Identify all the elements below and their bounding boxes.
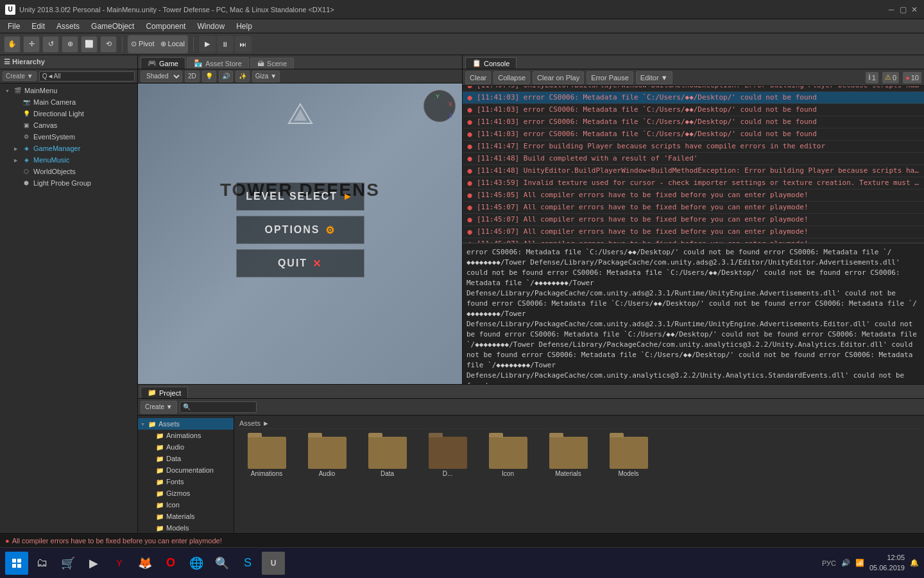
models-folder-thumb — [610, 437, 648, 469]
svg-rect-4 — [12, 564, 16, 568]
pivot-button[interactable]: ⊙ Pivot — [128, 36, 158, 53]
error-pause-button[interactable]: Error Pause — [586, 71, 633, 84]
clear-on-play-button[interactable]: Clear on Play — [533, 71, 584, 84]
taskbar-store[interactable]: 🛒 — [56, 552, 80, 575]
pause-button[interactable]: ⏸ — [217, 36, 234, 53]
maximize-button[interactable]: ▢ — [898, 5, 907, 14]
step-button[interactable]: ⏭ — [235, 36, 252, 53]
asset-materials[interactable]: Materials — [541, 434, 595, 480]
close-button[interactable]: ✕ — [910, 5, 919, 14]
rect-tool[interactable]: ⬜ — [81, 36, 98, 53]
hier-item-lightprobe[interactable]: ⬢ Light Probe Group — [0, 177, 137, 189]
lighting-toggle[interactable]: 💡 — [202, 71, 216, 82]
tab-console[interactable]: 📋 Console — [465, 57, 517, 69]
tab-scene[interactable]: 🏔 Scene — [250, 58, 294, 69]
taskbar-chrome[interactable]: 🌐 — [185, 552, 208, 575]
console-msg-18[interactable]: ●[11:43:59] Invalid texture used for cur… — [463, 177, 924, 189]
menu-help[interactable]: Help — [231, 21, 257, 32]
2d-toggle[interactable]: 2D — [185, 71, 200, 82]
start-button[interactable] — [5, 552, 28, 575]
folder-assets-root[interactable]: 📁 Assets — [138, 418, 234, 430]
tab-game[interactable]: 🎮 Game — [141, 57, 185, 69]
folder-animations[interactable]: 📁 Animations — [138, 430, 234, 441]
taskbar-skype[interactable]: S — [236, 552, 259, 575]
move-tool[interactable]: ✛ — [23, 36, 40, 53]
menu-file[interactable]: File — [3, 21, 25, 32]
rotate-tool[interactable]: ↺ — [42, 36, 59, 53]
tab-assetstore[interactable]: 🏪 Asset Store — [187, 57, 249, 69]
hier-item-worldobjects[interactable]: ⬡ WorldObjects — [0, 166, 137, 177]
folder-gizmos[interactable]: 📁 Gizmos — [138, 487, 234, 499]
console-msg-20[interactable]: ●[11:45:07] All compiler errors have to … — [463, 202, 924, 214]
asset-models[interactable]: Models — [601, 434, 656, 480]
asset-d[interactable]: D... — [420, 434, 475, 480]
asset-audio[interactable]: Audio — [300, 434, 354, 480]
hier-item-gamemanager[interactable]: ◈ GameManager — [0, 143, 137, 154]
options-button[interactable]: OPTIONS ⚙ — [236, 216, 364, 244]
console-msg-21[interactable]: ●[11:45:07] All compiler errors have to … — [463, 214, 924, 226]
quit-button[interactable]: QUIT ✕ — [236, 249, 364, 277]
console-msg-10[interactable]: ●[11:40:45] UnityEditor.BuildPlayerWindo… — [463, 86, 924, 92]
menu-gameobject[interactable]: GameObject — [86, 21, 139, 32]
menu-window[interactable]: Window — [192, 21, 230, 32]
taskbar-firefox[interactable]: 🦊 — [133, 552, 157, 575]
scale-tool[interactable]: ⊕ — [62, 36, 78, 53]
gizmo-toggle[interactable]: Giza ▼ — [252, 71, 280, 82]
hier-item-eventsystem[interactable]: ⚙ EventSystem — [0, 131, 137, 143]
console-msg-11[interactable]: ●[11:41:03] error CS0006: Metadata file … — [463, 92, 924, 104]
project-search[interactable] — [180, 401, 257, 413]
menu-component[interactable]: Component — [141, 21, 191, 32]
folder-models[interactable]: 📁 Models — [138, 522, 234, 534]
folder-icon[interactable]: 📁 Icon — [138, 499, 234, 511]
menu-assets[interactable]: Assets — [51, 21, 85, 32]
taskbar-media[interactable]: ▶ — [82, 552, 105, 575]
editor-dropdown[interactable]: Editor ▼ — [636, 71, 672, 84]
hier-item-maincamera[interactable]: 📷 Main Camera — [0, 96, 137, 108]
hier-item-canvas[interactable]: ▣ Canvas — [0, 119, 137, 131]
hand-tool[interactable]: ✋ — [4, 36, 21, 53]
hier-item-mainmenu[interactable]: 🎬 MainMenu — [0, 85, 137, 96]
hierarchy-search[interactable] — [39, 71, 135, 82]
folder-documentation[interactable]: 📁 Documentation — [138, 464, 234, 476]
asset-animations[interactable]: Animations — [239, 434, 294, 480]
console-msg-16[interactable]: ●[11:41:48] Build completed with a resul… — [463, 153, 924, 165]
collapse-button[interactable]: Collapse — [493, 71, 530, 84]
folder-fonts[interactable]: 📁 Fonts — [138, 476, 234, 487]
console-msg-13[interactable]: ●[11:41:03] error CS0006: Metadata file … — [463, 116, 924, 128]
taskbar-yandex[interactable]: Y — [108, 552, 131, 575]
console-msg-19[interactable]: ●[11:45:05] All compiler errors have to … — [463, 189, 924, 202]
console-msg-14[interactable]: ●[11:41:03] error CS0006: Metadata file … — [463, 128, 924, 141]
console-msg-15[interactable]: ●[11:41:47] Error building Player becaus… — [463, 141, 924, 153]
taskbar-search[interactable]: 🔍 — [210, 552, 234, 575]
taskbar-notifications[interactable]: 🔔 — [910, 559, 919, 567]
menu-edit[interactable]: Edit — [26, 21, 50, 32]
asset-data[interactable]: Data — [360, 434, 415, 480]
audio-toggle[interactable]: 🔊 — [219, 71, 233, 82]
folder-data[interactable]: 📁 Data — [138, 453, 234, 464]
console-msg-12[interactable]: ●[11:41:03] error CS0006: Metadata file … — [463, 104, 924, 116]
folder-audio[interactable]: 📁 Audio — [138, 441, 234, 453]
hierarchy-create-button[interactable]: Create ▼ — [3, 71, 37, 81]
console-msg-23[interactable]: ●[11:45:07] All compiler errors have to … — [463, 238, 924, 243]
taskbar-unity[interactable]: U — [262, 552, 285, 575]
folder-materials[interactable]: 📁 Materials — [138, 511, 234, 522]
scene-icon: 🎬 — [13, 86, 22, 95]
tab-project[interactable]: 📁 Project — [141, 387, 188, 398]
console-msg-22[interactable]: ●[11:45:07] All compiler errors have to … — [463, 226, 924, 238]
transform-tool[interactable]: ⟲ — [100, 36, 117, 53]
local-button[interactable]: ⊕ Local — [158, 36, 187, 53]
clear-button[interactable]: Clear — [465, 71, 491, 84]
fx-toggle[interactable]: ✨ — [235, 71, 250, 82]
hier-item-menumusic[interactable]: ◈ MenuMusic — [0, 154, 137, 166]
console-msg-17[interactable]: ●[11:41:48] UnityEditor.BuildPlayerWindo… — [463, 165, 924, 177]
assets-breadcrumb[interactable]: Assets ► — [239, 419, 270, 427]
project-create-button[interactable]: Create ▼ — [141, 401, 177, 414]
taskbar-file-explorer[interactable]: 🗂 — [31, 552, 54, 575]
shading-mode-dropdown[interactable]: Shaded — [141, 71, 182, 82]
play-button[interactable]: ▶ — [199, 36, 216, 53]
asset-icon[interactable]: Icon — [481, 434, 535, 480]
taskbar-opera[interactable]: O — [159, 552, 182, 575]
hier-item-dirlight[interactable]: 💡 Directional Light — [0, 108, 137, 119]
level-select-button[interactable]: LEVEL SELECT ► — [236, 182, 364, 211]
minimize-button[interactable]: ─ — [887, 5, 896, 14]
